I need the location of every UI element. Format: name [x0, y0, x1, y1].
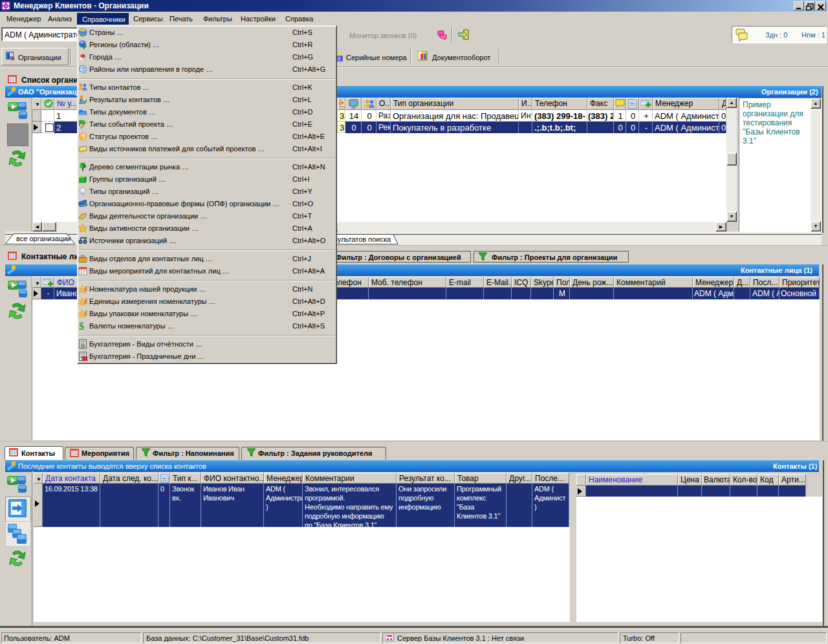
svg-text:2: 2	[338, 56, 341, 61]
svg-text:$: $	[79, 321, 84, 330]
svg-text:17: 17	[80, 270, 85, 274]
